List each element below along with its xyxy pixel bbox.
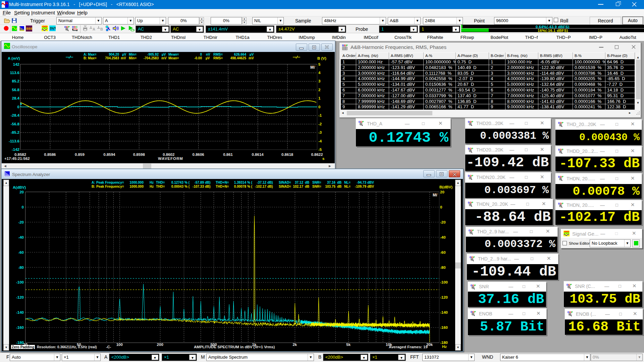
svg-text:DDP: DDP	[468, 174, 473, 177]
svg-text:DDC: DDC	[72, 25, 78, 28]
svg-text:DDP: DDP	[359, 120, 364, 123]
svg-text:DDP: DDP	[558, 148, 564, 151]
svg-text:DDP: DDP	[64, 25, 70, 28]
svg-text:DUT: DUT	[50, 26, 56, 30]
svg-text:DDP: DDP	[470, 256, 475, 259]
svg-text:DDP: DDP	[468, 120, 473, 123]
svg-text:DDP: DDP	[342, 44, 348, 47]
svg-text:A: A	[93, 27, 95, 31]
svg-text:DDP: DDP	[469, 229, 474, 232]
svg-text:B: B	[100, 27, 103, 31]
svg-text:DDP: DDP	[558, 202, 564, 205]
svg-text:DDP: DDP	[468, 201, 473, 204]
svg-text:DDP: DDP	[471, 284, 476, 287]
svg-text:DDP: DDP	[471, 310, 476, 313]
svg-text:DDP: DDP	[558, 121, 564, 124]
svg-text:DDP: DDP	[568, 311, 573, 314]
svg-text:888: 888	[26, 27, 32, 31]
svg-text:DDP: DDP	[567, 283, 572, 286]
svg-text:DDP: DDP	[558, 175, 564, 178]
svg-text:DDP: DDP	[468, 147, 473, 150]
